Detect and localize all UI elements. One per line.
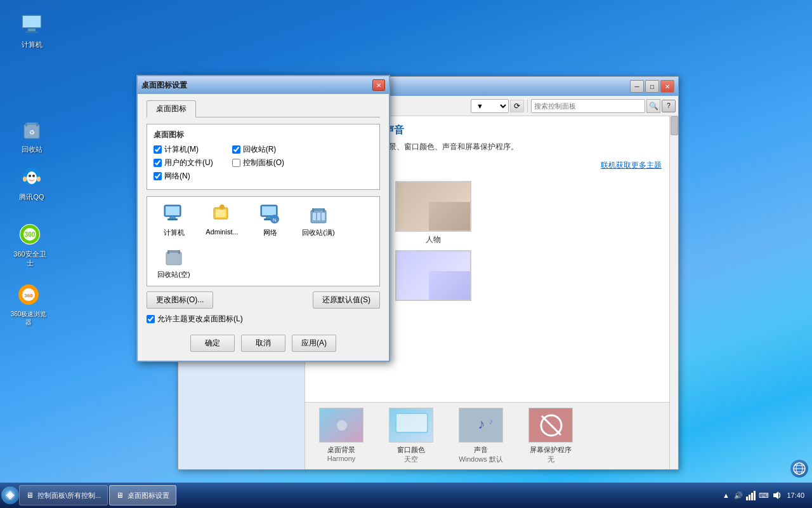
section-title: 桌面图标	[154, 130, 373, 140]
svg-rect-5	[27, 123, 37, 125]
allow-theme-checkbox-row[interactable]: 允许主题更改桌面图标(L)	[147, 314, 380, 324]
cp-scrollbar[interactable]	[669, 116, 678, 469]
checkbox-userfiles-input[interactable]	[154, 159, 162, 167]
svg-point-57	[8, 493, 12, 497]
theme-item-person[interactable]: 人物	[395, 181, 471, 245]
ok-button[interactable]: 确定	[190, 335, 235, 352]
minimize-button[interactable]: ─	[630, 80, 644, 93]
checkbox-controlpanel-input[interactable]	[232, 159, 240, 167]
svg-rect-61	[754, 491, 756, 500]
360browser-icon: 360	[16, 282, 41, 307]
qq-icon	[19, 164, 44, 190]
network-globe-icon[interactable]	[790, 460, 808, 478]
dialog-body: 桌面图标 桌面图标 计算机(M) 用户的文件(U)	[138, 94, 389, 361]
svg-rect-53	[169, 250, 179, 253]
grid-network-icon: N	[259, 203, 282, 226]
icon-grid-item-network[interactable]: N 网络	[247, 201, 293, 240]
checkbox-userfiles[interactable]: 用户的文件(U)	[154, 157, 213, 168]
grid-computer-icon	[162, 203, 185, 226]
svg-rect-51	[322, 213, 325, 220]
screensaver-thumb	[528, 408, 573, 443]
help-button[interactable]: ?	[662, 100, 676, 112]
checkbox-network[interactable]: 网络(N)	[154, 171, 213, 182]
cp-window-controls: ─ □ ✕	[630, 80, 674, 93]
theme-item-soft[interactable]	[395, 250, 471, 304]
icon-grid-item-computer[interactable]: 计算机	[151, 201, 197, 240]
tab-desktop-icons[interactable]: 桌面图标	[147, 100, 196, 117]
svg-text:360: 360	[25, 231, 36, 238]
svg-rect-3	[25, 31, 38, 33]
bottom-item-screensaver[interactable]: 屏幕保护程序 无	[522, 408, 579, 464]
bottom-item-wallpaper[interactable]: 桌面背景 Harmony	[313, 408, 370, 462]
desktop-icon-360safe[interactable]: 360 360安全卫士	[8, 219, 52, 271]
360browser-icon-label: 360极速浏览器	[11, 310, 47, 326]
grid-recycle-full-icon	[307, 203, 330, 226]
tray-speaker-icon[interactable]	[771, 490, 782, 500]
dialog-btn-row: 更改图标(O)... 还原默认值(S)	[147, 291, 380, 309]
dialog-close-button[interactable]: ✕	[372, 79, 385, 91]
desktop-icon-360browser[interactable]: 360 360极速浏览器	[6, 279, 51, 329]
sound-sublabel: Windows 默认	[459, 455, 503, 464]
search-input[interactable]	[531, 99, 645, 113]
online-themes-link[interactable]: 联机获取更多主题	[601, 160, 662, 171]
theme-preview-soft	[395, 250, 471, 301]
change-icon-button[interactable]: 更改图标(O)...	[147, 291, 213, 309]
grid-recycle-empty-icon	[162, 245, 185, 268]
svg-rect-25	[396, 413, 428, 432]
maximize-button[interactable]: □	[645, 80, 659, 93]
checkbox-recycle-input[interactable]	[232, 145, 240, 154]
allow-theme-checkbox[interactable]	[147, 315, 155, 323]
desktop-icon-recycle[interactable]: ♻ 回收站	[10, 114, 54, 156]
svg-rect-55	[178, 250, 180, 254]
bottom-row: 桌面背景 Harmony	[305, 402, 669, 469]
apply-button[interactable]: 应用(A)	[292, 335, 336, 352]
cancel-button[interactable]: 取消	[241, 335, 285, 352]
taskbar-item-dialog[interactable]: 🖥 桌面图标设置	[109, 485, 176, 505]
view-dropdown[interactable]: ▼	[471, 99, 509, 113]
svg-rect-47	[312, 208, 314, 212]
taskbar-item-controlpanel-label: 控制面板\所有控制...	[37, 491, 101, 500]
svg-rect-54	[167, 250, 169, 254]
checkbox-recycle[interactable]: 回收站(R)	[232, 144, 284, 155]
checkbox-controlpanel[interactable]: 控制面板(O)	[232, 157, 284, 168]
close-button[interactable]: ✕	[660, 80, 674, 93]
dialog-footer: 确定 取消 应用(A)	[147, 331, 380, 354]
desktop-icon-qq[interactable]: 腾讯QQ	[10, 162, 54, 204]
grid-computer-label: 计算机	[164, 228, 185, 237]
svg-rect-58	[746, 497, 748, 500]
icon-grid-item-recycle-full[interactable]: 回收站(满)	[296, 201, 341, 240]
dialog-tab: 桌面图标	[147, 100, 380, 117]
svg-rect-7	[36, 123, 38, 126]
sound-label: 声音	[474, 445, 488, 455]
restore-defaults-button[interactable]: 还原默认值(S)	[313, 291, 380, 309]
wallpaper-sublabel: Harmony	[327, 455, 356, 462]
color-thumb	[389, 408, 433, 443]
taskbar-item-controlpanel[interactable]: 🖥 控制面板\所有控制...	[19, 485, 108, 505]
dialog-titlebar: 桌面图标设置 ✕	[138, 76, 389, 94]
dialog-section: 桌面图标 计算机(M) 用户的文件(U)	[147, 124, 380, 190]
desktop-icon-computer[interactable]: 计算机	[10, 10, 54, 51]
icon-grid-item-admin[interactable]: Administ...	[199, 201, 245, 240]
bottom-item-sound[interactable]: ♪ ♪ 声音 Windows 默认	[452, 408, 509, 464]
checkbox-computer-input[interactable]	[154, 145, 162, 154]
svg-text:360: 360	[24, 293, 33, 298]
bottom-item-color[interactable]: 窗口颜色 天空	[383, 408, 440, 464]
refresh-button[interactable]: ⟳	[510, 100, 524, 112]
start-button[interactable]	[1, 486, 19, 504]
svg-marker-62	[773, 491, 778, 499]
icon-grid-item-recycle-empty[interactable]: 回收站(空)	[151, 243, 197, 282]
svg-point-12	[32, 175, 35, 177]
svg-point-13	[23, 177, 27, 182]
system-clock[interactable]: 17:40	[784, 491, 807, 499]
tray-network-icon[interactable]	[746, 490, 756, 500]
checkbox-network-input[interactable]	[154, 172, 162, 180]
checkbox-computer[interactable]: 计算机(M)	[154, 144, 213, 155]
tray-volume-icon[interactable]: 🔊	[733, 490, 743, 500]
recycle-icon: ♻	[19, 117, 44, 142]
checkbox-computer-label: 计算机(M)	[164, 144, 199, 155]
tray-keyboard-icon[interactable]: ⌨	[759, 490, 769, 500]
search-button[interactable]: 🔍	[646, 99, 660, 113]
color-sublabel: 天空	[404, 455, 418, 464]
svg-text:N: N	[273, 217, 277, 223]
tray-arrow-icon[interactable]: ▲	[721, 490, 731, 500]
